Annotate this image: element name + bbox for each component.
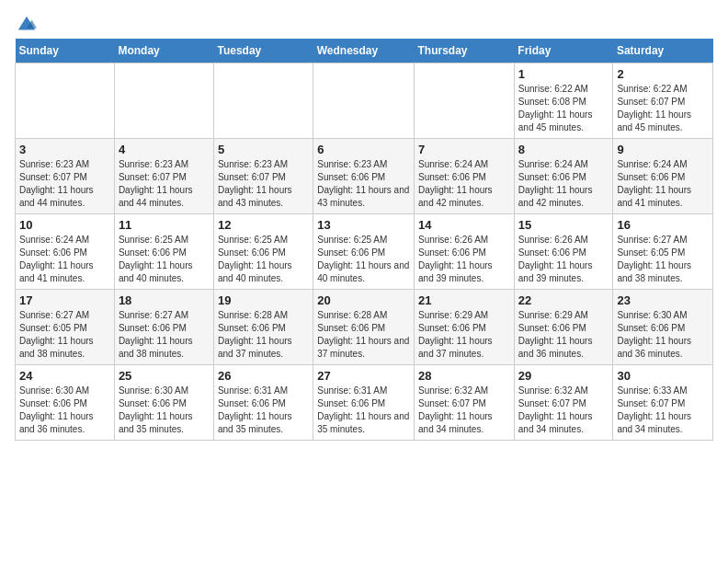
calendar-cell: 12Sunrise: 6:25 AM Sunset: 6:06 PM Dayli… <box>213 214 313 290</box>
day-info: Sunrise: 6:25 AM Sunset: 6:06 PM Dayligh… <box>119 234 210 285</box>
calendar-cell: 18Sunrise: 6:27 AM Sunset: 6:06 PM Dayli… <box>114 290 213 365</box>
week-row-1: 1Sunrise: 6:22 AM Sunset: 6:08 PM Daylig… <box>16 63 713 139</box>
calendar-body: 1Sunrise: 6:22 AM Sunset: 6:08 PM Daylig… <box>16 63 713 441</box>
day-info: Sunrise: 6:30 AM Sunset: 6:06 PM Dayligh… <box>617 309 709 361</box>
calendar-cell: 3Sunrise: 6:23 AM Sunset: 6:07 PM Daylig… <box>16 139 115 214</box>
calendar-cell: 25Sunrise: 6:30 AM Sunset: 6:06 PM Dayli… <box>114 365 213 441</box>
calendar-cell <box>313 63 415 139</box>
day-info: Sunrise: 6:32 AM Sunset: 6:07 PM Dayligh… <box>518 385 609 436</box>
day-info: Sunrise: 6:24 AM Sunset: 6:06 PM Dayligh… <box>617 158 709 210</box>
calendar-cell: 6Sunrise: 6:23 AM Sunset: 6:06 PM Daylig… <box>313 139 415 214</box>
day-number: 7 <box>418 143 510 156</box>
day-info: Sunrise: 6:22 AM Sunset: 6:07 PM Dayligh… <box>617 83 709 134</box>
day-info: Sunrise: 6:27 AM Sunset: 6:05 PM Dayligh… <box>19 309 110 361</box>
day-info: Sunrise: 6:31 AM Sunset: 6:06 PM Dayligh… <box>317 385 410 436</box>
day-number: 5 <box>218 143 309 156</box>
day-info: Sunrise: 6:23 AM Sunset: 6:07 PM Dayligh… <box>218 158 309 210</box>
day-number: 19 <box>218 293 309 307</box>
day-number: 1 <box>518 67 609 81</box>
logo-icon <box>17 15 37 35</box>
day-number: 25 <box>119 369 210 383</box>
calendar-cell: 9Sunrise: 6:24 AM Sunset: 6:06 PM Daylig… <box>613 139 713 214</box>
weekday-header-monday: Monday <box>114 39 213 63</box>
day-number: 15 <box>518 218 609 232</box>
day-number: 27 <box>317 369 410 383</box>
day-number: 16 <box>617 218 709 232</box>
day-number: 17 <box>19 293 110 307</box>
calendar-table: SundayMondayTuesdayWednesdayThursdayFrid… <box>15 39 713 441</box>
calendar-cell: 16Sunrise: 6:27 AM Sunset: 6:05 PM Dayli… <box>613 214 713 290</box>
logo <box>15 15 37 31</box>
calendar-cell <box>16 63 115 139</box>
calendar-cell: 13Sunrise: 6:25 AM Sunset: 6:06 PM Dayli… <box>313 214 415 290</box>
day-info: Sunrise: 6:24 AM Sunset: 6:06 PM Dayligh… <box>418 158 510 210</box>
weekday-header-saturday: Saturday <box>613 39 713 63</box>
day-number: 18 <box>119 293 210 307</box>
day-number: 28 <box>418 369 510 383</box>
weekday-header-sunday: Sunday <box>16 39 115 63</box>
calendar-cell: 17Sunrise: 6:27 AM Sunset: 6:05 PM Dayli… <box>16 290 115 365</box>
day-info: Sunrise: 6:23 AM Sunset: 6:07 PM Dayligh… <box>119 158 210 210</box>
calendar-cell: 7Sunrise: 6:24 AM Sunset: 6:06 PM Daylig… <box>415 139 515 214</box>
day-info: Sunrise: 6:23 AM Sunset: 6:07 PM Dayligh… <box>19 158 110 210</box>
weekday-header-friday: Friday <box>514 39 613 63</box>
day-number: 9 <box>617 143 709 156</box>
day-info: Sunrise: 6:30 AM Sunset: 6:06 PM Dayligh… <box>19 385 110 436</box>
calendar-cell: 5Sunrise: 6:23 AM Sunset: 6:07 PM Daylig… <box>213 139 313 214</box>
day-number: 20 <box>317 293 410 307</box>
day-number: 26 <box>218 369 309 383</box>
calendar-cell: 29Sunrise: 6:32 AM Sunset: 6:07 PM Dayli… <box>514 365 613 441</box>
day-info: Sunrise: 6:28 AM Sunset: 6:06 PM Dayligh… <box>317 309 410 361</box>
week-row-5: 24Sunrise: 6:30 AM Sunset: 6:06 PM Dayli… <box>16 365 713 441</box>
calendar-cell: 23Sunrise: 6:30 AM Sunset: 6:06 PM Dayli… <box>613 290 713 365</box>
calendar-cell: 10Sunrise: 6:24 AM Sunset: 6:06 PM Dayli… <box>16 214 115 290</box>
day-info: Sunrise: 6:24 AM Sunset: 6:06 PM Dayligh… <box>518 158 609 210</box>
day-info: Sunrise: 6:28 AM Sunset: 6:06 PM Dayligh… <box>218 309 309 361</box>
week-row-4: 17Sunrise: 6:27 AM Sunset: 6:05 PM Dayli… <box>16 290 713 365</box>
week-row-2: 3Sunrise: 6:23 AM Sunset: 6:07 PM Daylig… <box>16 139 713 214</box>
day-number: 14 <box>418 218 510 232</box>
day-info: Sunrise: 6:29 AM Sunset: 6:06 PM Dayligh… <box>418 309 510 361</box>
day-info: Sunrise: 6:24 AM Sunset: 6:06 PM Dayligh… <box>19 234 110 285</box>
calendar-cell: 14Sunrise: 6:26 AM Sunset: 6:06 PM Dayli… <box>415 214 515 290</box>
calendar-cell: 21Sunrise: 6:29 AM Sunset: 6:06 PM Dayli… <box>415 290 515 365</box>
calendar-cell: 2Sunrise: 6:22 AM Sunset: 6:07 PM Daylig… <box>613 63 713 139</box>
day-number: 11 <box>119 218 210 232</box>
day-info: Sunrise: 6:25 AM Sunset: 6:06 PM Dayligh… <box>218 234 309 285</box>
weekday-header-tuesday: Tuesday <box>213 39 313 63</box>
page-header <box>15 15 713 31</box>
day-info: Sunrise: 6:25 AM Sunset: 6:06 PM Dayligh… <box>317 234 410 285</box>
weekday-header-row: SundayMondayTuesdayWednesdayThursdayFrid… <box>16 39 713 63</box>
calendar-cell: 26Sunrise: 6:31 AM Sunset: 6:06 PM Dayli… <box>213 365 313 441</box>
calendar-cell: 1Sunrise: 6:22 AM Sunset: 6:08 PM Daylig… <box>514 63 613 139</box>
day-number: 6 <box>317 143 410 156</box>
calendar-cell: 8Sunrise: 6:24 AM Sunset: 6:06 PM Daylig… <box>514 139 613 214</box>
calendar-cell: 22Sunrise: 6:29 AM Sunset: 6:06 PM Dayli… <box>514 290 613 365</box>
day-number: 3 <box>19 143 110 156</box>
day-info: Sunrise: 6:31 AM Sunset: 6:06 PM Dayligh… <box>218 385 309 436</box>
calendar-cell <box>415 63 515 139</box>
day-number: 30 <box>617 369 709 383</box>
weekday-header-wednesday: Wednesday <box>313 39 415 63</box>
calendar-cell: 28Sunrise: 6:32 AM Sunset: 6:07 PM Dayli… <box>415 365 515 441</box>
day-info: Sunrise: 6:29 AM Sunset: 6:06 PM Dayligh… <box>518 309 609 361</box>
day-info: Sunrise: 6:27 AM Sunset: 6:05 PM Dayligh… <box>617 234 709 285</box>
day-number: 23 <box>617 293 709 307</box>
calendar-cell: 4Sunrise: 6:23 AM Sunset: 6:07 PM Daylig… <box>114 139 213 214</box>
day-number: 24 <box>19 369 110 383</box>
day-number: 8 <box>518 143 609 156</box>
day-number: 22 <box>518 293 609 307</box>
day-number: 2 <box>617 67 709 81</box>
calendar-cell: 20Sunrise: 6:28 AM Sunset: 6:06 PM Dayli… <box>313 290 415 365</box>
calendar-cell: 24Sunrise: 6:30 AM Sunset: 6:06 PM Dayli… <box>16 365 115 441</box>
calendar-cell: 27Sunrise: 6:31 AM Sunset: 6:06 PM Dayli… <box>313 365 415 441</box>
day-info: Sunrise: 6:26 AM Sunset: 6:06 PM Dayligh… <box>418 234 510 285</box>
calendar-cell: 11Sunrise: 6:25 AM Sunset: 6:06 PM Dayli… <box>114 214 213 290</box>
day-info: Sunrise: 6:22 AM Sunset: 6:08 PM Dayligh… <box>518 83 609 134</box>
day-info: Sunrise: 6:33 AM Sunset: 6:07 PM Dayligh… <box>617 385 709 436</box>
day-number: 10 <box>19 218 110 232</box>
day-info: Sunrise: 6:23 AM Sunset: 6:06 PM Dayligh… <box>317 158 410 210</box>
calendar-cell <box>213 63 313 139</box>
day-info: Sunrise: 6:26 AM Sunset: 6:06 PM Dayligh… <box>518 234 609 285</box>
day-number: 13 <box>317 218 410 232</box>
